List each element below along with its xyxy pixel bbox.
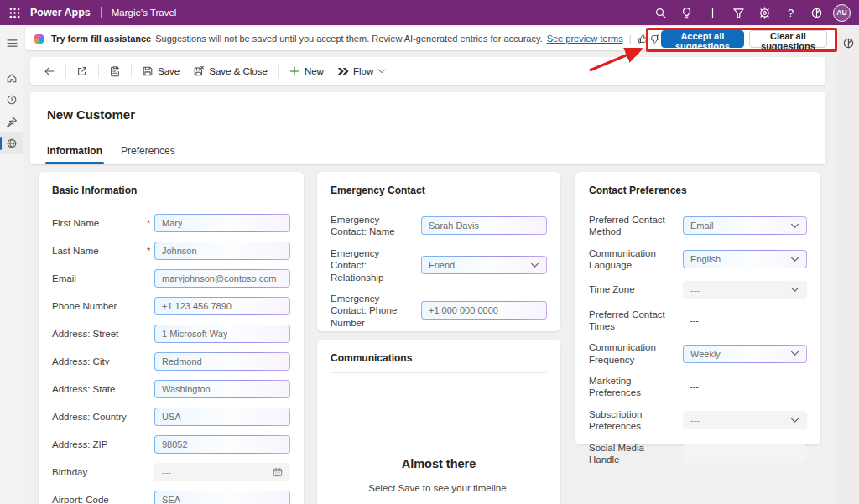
save-button[interactable]: Save xyxy=(135,60,186,82)
last-name-input[interactable]: Johnson xyxy=(154,242,290,260)
contact-preferences-card: Contact PreferencesPreferred Contact Met… xyxy=(575,172,820,444)
new-button[interactable]: New xyxy=(282,60,331,82)
field-value: +1 123 456 7890 xyxy=(162,301,232,311)
birthday-date-picker[interactable]: --- xyxy=(154,463,290,481)
field-value: Sarah Davis xyxy=(429,221,479,231)
settings-gear-icon[interactable] xyxy=(752,0,778,25)
subscription-preferences-label: Subscription Preferences xyxy=(589,408,675,433)
save-and-close-button[interactable]: Save & Close xyxy=(186,60,274,82)
sidebar-item-current-app[interactable] xyxy=(0,132,23,154)
birthday-label: Birthday xyxy=(52,466,147,478)
emergency-contact-relationship-select[interactable]: Friend xyxy=(421,256,547,274)
field-row: Airport: CodeSEA xyxy=(52,491,290,504)
time-zone-select[interactable]: --- xyxy=(683,281,807,299)
preferred-contact-method-select[interactable]: Email xyxy=(683,216,807,235)
communications-card: Communications Almost there Select Save … xyxy=(317,340,560,504)
address-zip-label: Address: ZIP xyxy=(52,439,147,450)
field-value: --- xyxy=(690,285,700,295)
accept-all-suggestions-button[interactable]: Accept all suggestions xyxy=(661,30,744,48)
address-country-input[interactable]: USA xyxy=(154,408,290,426)
basic-information-title: Basic Information xyxy=(52,184,290,196)
environment-name[interactable]: Margie's Travel xyxy=(112,8,177,18)
banner-message: Suggestions will not be saved until you … xyxy=(155,34,542,44)
add-icon[interactable] xyxy=(700,0,726,25)
clear-all-suggestions-button[interactable]: Clear all suggestions xyxy=(749,30,827,48)
field-row: Last Name*Johnson xyxy=(52,242,290,260)
sidebar-item-recent[interactable] xyxy=(0,89,23,111)
chevron-down-icon xyxy=(790,351,799,356)
address-street-label: Address: Street xyxy=(52,328,147,340)
phone-number-label: Phone Number xyxy=(52,300,147,312)
social-media-handle-label: Social Media Handle xyxy=(589,442,675,466)
tab-preferences[interactable]: Preferences xyxy=(121,145,175,164)
time-zone-label: Time Zone xyxy=(589,283,675,295)
address-street-input[interactable]: 1 Microsoft Way xyxy=(154,325,290,343)
app-header-right: ? AU xyxy=(648,0,859,25)
field-value: --- xyxy=(690,415,700,425)
search-icon[interactable] xyxy=(648,0,674,25)
basic-information-card: Basic InformationFirst Name*MaryLast Nam… xyxy=(39,172,304,504)
app-name[interactable]: Power Apps xyxy=(30,7,91,18)
emergency-contact-name-input[interactable]: Sarah Davis xyxy=(421,216,547,235)
address-state-label: Address: State xyxy=(52,383,147,395)
field-row: Address: CountryUSA xyxy=(52,408,290,426)
phone-number-input[interactable]: +1 123 456 7890 xyxy=(154,297,290,315)
communication-language-label: Communication Language xyxy=(589,247,675,272)
copilot-panel-icon[interactable] xyxy=(804,0,830,25)
open-in-new-window-icon[interactable] xyxy=(70,60,95,82)
last-name-label: Last Name xyxy=(52,245,147,257)
required-asterisk: * xyxy=(147,246,154,256)
form-body: Basic InformationFirst Name*MaryLast Nam… xyxy=(23,172,837,504)
marketing-preferences-value: --- xyxy=(683,377,807,396)
social-media-handle-input[interactable]: --- xyxy=(683,444,807,463)
field-value: --- xyxy=(690,449,700,459)
command-bar: Save Save & Close New Flow xyxy=(30,57,825,85)
field-row: Address: StateWashington xyxy=(52,380,290,398)
thumbs-down-icon[interactable] xyxy=(649,30,661,47)
preferred-contact-times-value: --- xyxy=(683,311,807,330)
field-value: +1 000 000 0000 xyxy=(429,305,498,315)
thumbs-up-icon[interactable] xyxy=(638,30,649,47)
back-button[interactable] xyxy=(37,60,62,82)
lightbulb-icon[interactable] xyxy=(674,0,700,25)
first-name-input[interactable]: Mary xyxy=(154,214,290,232)
field-value: 98052 xyxy=(162,439,188,449)
email-input[interactable]: maryjohnson@contoso.com xyxy=(154,269,290,288)
subscription-preferences-select[interactable]: --- xyxy=(683,411,807,429)
flow-label: Flow xyxy=(353,66,373,76)
field-row: Communication FrequencyWeekly xyxy=(589,341,807,366)
copilot-rail-icon[interactable] xyxy=(837,30,859,55)
field-row: Subscription Preferences--- xyxy=(589,408,807,433)
address-zip-input[interactable]: 98052 xyxy=(154,435,290,454)
preview-terms-link[interactable]: See preview terms xyxy=(547,34,623,44)
flow-button[interactable]: Flow xyxy=(331,60,393,82)
new-label: New xyxy=(305,66,324,76)
communication-frequency-select[interactable]: Weekly xyxy=(683,345,807,363)
hamburger-menu-icon[interactable] xyxy=(0,32,23,54)
help-icon[interactable]: ? xyxy=(778,0,804,25)
preferred-contact-method-label: Preferred Contact Method xyxy=(589,214,675,238)
form-fill-assist-icon[interactable] xyxy=(102,60,128,82)
sidebar-item-pinned[interactable] xyxy=(0,111,23,132)
form-fill-banner: Try form fill assistance Suggestions wil… xyxy=(25,27,837,50)
calendar-icon xyxy=(273,467,283,477)
field-value: maryjohnson@contoso.com xyxy=(162,273,277,283)
waffle-menu-icon[interactable] xyxy=(0,0,29,25)
save-and-close-label: Save & Close xyxy=(209,66,268,76)
address-city-input[interactable]: Redmond xyxy=(154,352,290,371)
toolbar-divider xyxy=(65,65,66,78)
field-value: Johnson xyxy=(162,246,197,256)
workspace: Try form fill assistance Suggestions wil… xyxy=(23,25,837,504)
field-value: SEA xyxy=(162,495,180,504)
airport-code-input[interactable]: SEA xyxy=(154,491,290,504)
sidebar-item-home[interactable] xyxy=(0,67,23,89)
communication-language-select[interactable]: English xyxy=(683,250,807,268)
field-row: Preferred Contact Times--- xyxy=(589,309,807,333)
address-state-input[interactable]: Washington xyxy=(154,380,290,398)
emergency-contact-phone-number-input[interactable]: +1 000 000 0000 xyxy=(421,301,547,320)
filter-icon[interactable] xyxy=(726,0,752,25)
account-avatar[interactable]: AU xyxy=(833,4,851,22)
right-rail xyxy=(837,25,859,504)
tab-information[interactable]: Information xyxy=(47,145,102,164)
header-divider xyxy=(101,7,102,18)
